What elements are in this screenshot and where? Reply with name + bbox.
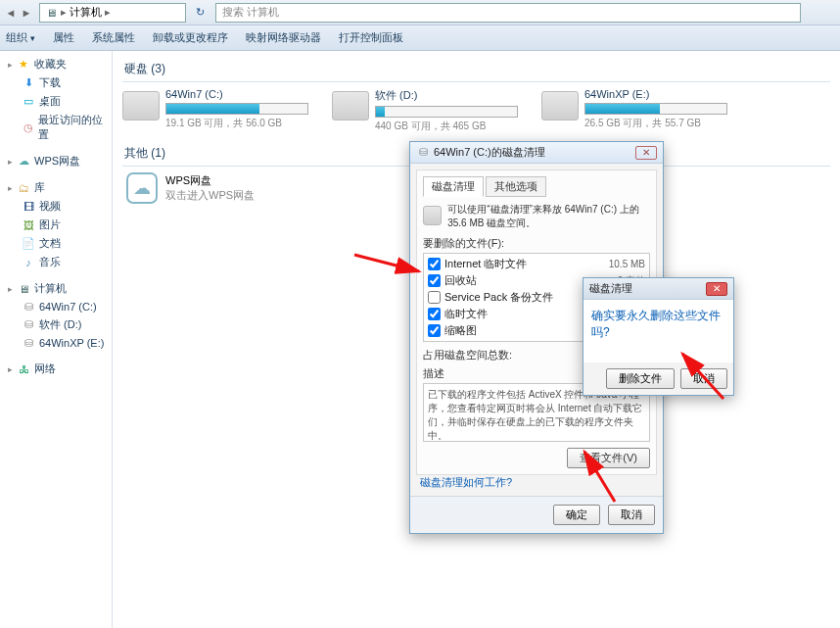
sidebar-item-desktop[interactable]: ▭桌面 — [0, 92, 112, 111]
toolbar-organize[interactable]: 组织 — [6, 30, 35, 45]
computer-icon: 🖥 — [44, 6, 58, 20]
drive-icon — [541, 91, 579, 121]
confirm-text: 确实要永久删除这些文件吗? — [591, 308, 725, 341]
dialog-title: 64Win7 (C:)的磁盘清理 — [434, 145, 545, 160]
list-item[interactable]: Internet 临时文件10.5 MB — [426, 256, 647, 272]
sidebar-group-favorites[interactable]: ★收藏夹 — [0, 55, 112, 73]
dialog-titlebar[interactable]: 磁盘清理 ✕ — [583, 278, 733, 300]
checkbox[interactable] — [428, 291, 441, 304]
list-label: 要删除的文件(F): — [423, 236, 650, 251]
search-placeholder: 搜索 计算机 — [222, 5, 279, 20]
star-icon: ★ — [17, 58, 30, 72]
cloud-icon: ☁ — [126, 172, 158, 204]
toolbar-controlpanel[interactable]: 打开控制面板 — [339, 30, 403, 45]
forward-button[interactable]: ► — [22, 6, 31, 20]
drive-icon — [332, 91, 369, 121]
drive-icon: ⛁ — [416, 146, 430, 160]
sidebar-group-libraries[interactable]: 🗂库 — [0, 178, 112, 197]
cleanup-intro: 可以使用“磁盘清理”来释放 64Win7 (C:) 上的 35.6 MB 磁盘空… — [447, 203, 650, 230]
ok-button[interactable]: 确定 — [553, 505, 600, 525]
wps-sub: 双击进入WPS网盘 — [165, 188, 255, 203]
drive-usage-bar — [584, 103, 727, 115]
drive-icon: ⛁ — [22, 336, 35, 350]
toolbar-mapdrive[interactable]: 映射网络驱动器 — [246, 30, 321, 45]
sidebar-item-drive-e[interactable]: ⛁64WinXP (E:) — [0, 334, 112, 352]
drive-icon — [122, 91, 160, 121]
address-bar: ◄ ► 🖥 ▸ 计算机 ▸ ↻ 搜索 计算机 — [0, 0, 840, 25]
group-header-hdd: 硬盘 (3) — [122, 57, 830, 82]
view-files-button[interactable]: 查看文件(V) — [567, 448, 650, 468]
tab-other[interactable]: 其他选项 — [486, 176, 546, 197]
refresh-button[interactable]: ↻ — [190, 6, 210, 19]
close-button[interactable]: ✕ — [706, 282, 727, 296]
sidebar-group-wps[interactable]: ☁WPS网盘 — [0, 152, 112, 170]
how-works-link[interactable]: 磁盘清理如何工作? — [410, 475, 512, 496]
desktop-icon: ▭ — [22, 95, 35, 109]
cloud-icon: ☁ — [17, 155, 30, 169]
sidebar-item-pictures[interactable]: 🖼图片 — [0, 216, 112, 234]
drive-e[interactable]: 64WinXP (E:) 26.5 GB 可用，共 55.7 GB — [541, 88, 727, 133]
tabs: 磁盘清理 其他选项 — [423, 176, 650, 197]
confirm-dialog: 磁盘清理 ✕ 确实要永久删除这些文件吗? 删除文件 取消 — [583, 277, 734, 396]
video-icon: 🎞 — [22, 200, 35, 214]
sidebar-item-music[interactable]: ♪音乐 — [0, 253, 112, 271]
music-icon: ♪ — [22, 256, 35, 269]
drive-usage-bar — [375, 106, 518, 118]
download-icon: ⬇ — [22, 76, 35, 90]
cancel-button[interactable]: 取消 — [680, 368, 727, 389]
delete-files-button[interactable]: 删除文件 — [606, 368, 675, 389]
dialog-title: 磁盘清理 — [589, 281, 632, 296]
cancel-button[interactable]: 取消 — [608, 505, 655, 525]
drive-c[interactable]: 64Win7 (C:) 19.1 GB 可用，共 56.0 GB — [122, 88, 308, 133]
drive-icon: ⛁ — [22, 318, 35, 332]
breadcrumb-segment: 计算机 — [70, 5, 102, 20]
sidebar-item-downloads[interactable]: ⬇下载 — [0, 73, 112, 92]
breadcrumb[interactable]: 🖥 ▸ 计算机 ▸ — [39, 3, 186, 23]
checkbox[interactable] — [428, 274, 441, 287]
drive-icon — [423, 206, 442, 225]
drive-title: 软件 (D:) — [375, 88, 518, 103]
toolbar: 组织 属性 系统属性 卸载或更改程序 映射网络驱动器 打开控制面板 — [0, 25, 840, 51]
sidebar-item-documents[interactable]: 📄文档 — [0, 234, 112, 253]
computer-icon: 🖥 — [17, 282, 30, 296]
checkbox[interactable] — [428, 258, 441, 270]
checkbox[interactable] — [428, 324, 441, 337]
picture-icon: 🖼 — [22, 218, 35, 232]
drive-free: 440 GB 可用，共 465 GB — [375, 120, 518, 133]
sidebar-group-computer[interactable]: 🖥计算机 — [0, 279, 112, 298]
drive-usage-bar — [165, 103, 308, 115]
sidebar: ★收藏夹 ⬇下载 ▭桌面 ◷最近访问的位置 ☁WPS网盘 🗂库 🎞视频 🖼图片 … — [0, 51, 113, 628]
drive-title: 64Win7 (C:) — [165, 88, 308, 100]
drive-title: 64WinXP (E:) — [584, 88, 727, 100]
sidebar-item-recent[interactable]: ◷最近访问的位置 — [0, 111, 112, 144]
drive-d[interactable]: 软件 (D:) 440 GB 可用，共 465 GB — [332, 88, 518, 133]
dialog-titlebar[interactable]: ⛁ 64Win7 (C:)的磁盘清理 ✕ — [410, 142, 663, 164]
recent-icon: ◷ — [22, 121, 34, 134]
sidebar-item-drive-d[interactable]: ⛁软件 (D:) — [0, 315, 112, 334]
sidebar-item-drive-c[interactable]: ⛁64Win7 (C:) — [0, 298, 112, 315]
drive-free: 26.5 GB 可用，共 55.7 GB — [584, 117, 727, 130]
close-button[interactable]: ✕ — [635, 146, 657, 160]
library-icon: 🗂 — [17, 181, 30, 195]
sidebar-group-network[interactable]: 🖧网络 — [0, 360, 112, 378]
tab-cleanup[interactable]: 磁盘清理 — [423, 176, 484, 197]
sidebar-item-videos[interactable]: 🎞视频 — [0, 197, 112, 216]
document-icon: 📄 — [22, 237, 35, 251]
network-icon: 🖧 — [17, 362, 30, 376]
back-button[interactable]: ◄ — [6, 6, 16, 20]
checkbox[interactable] — [428, 308, 441, 320]
drive-free: 19.1 GB 可用，共 56.0 GB — [165, 117, 308, 130]
search-input[interactable]: 搜索 计算机 — [215, 3, 801, 23]
toolbar-sysprops[interactable]: 系统属性 — [92, 30, 135, 45]
toolbar-properties[interactable]: 属性 — [53, 30, 74, 45]
wps-title: WPS网盘 — [165, 173, 255, 188]
drive-icon: ⛁ — [22, 300, 35, 314]
toolbar-uninstall[interactable]: 卸载或更改程序 — [153, 30, 228, 45]
